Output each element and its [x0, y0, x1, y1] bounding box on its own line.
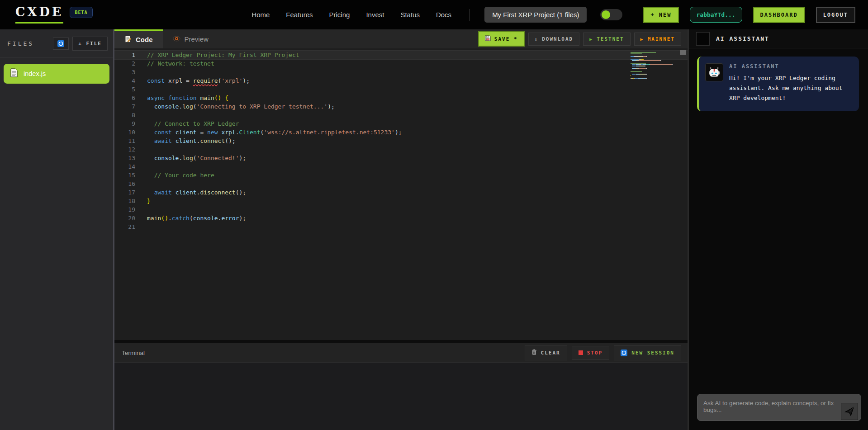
project-name-box[interactable]: My First XRP Project (1 files) — [484, 7, 587, 23]
code-line-2[interactable]: 2// Network: testnet — [114, 59, 688, 68]
add-file-button[interactable]: + FILE — [72, 37, 108, 51]
terminal-stop-button[interactable]: STOP — [572, 346, 610, 360]
file-name: index.js — [24, 70, 46, 77]
tab-preview[interactable]: Preview — [163, 29, 218, 48]
line-content — [135, 68, 147, 76]
minimap[interactable] — [631, 52, 676, 80]
stop-label: STOP — [587, 350, 603, 356]
editor-toolbar: SAVE * ↓ DOWNLOAD ▶ TESTNET ▶ MAINNET — [218, 29, 688, 48]
send-button[interactable] — [841, 403, 858, 420]
send-icon — [844, 406, 854, 416]
code-line-7[interactable]: 7 console.log('Connecting to XRP Ledger … — [114, 102, 688, 111]
file-item-indexjs[interactable]: index.js — [4, 64, 109, 84]
code-line-10[interactable]: 10 const client = new xrpl.Client('wss:/… — [114, 128, 688, 137]
line-number: 12 — [114, 145, 135, 154]
code-line-5[interactable]: 5 — [114, 85, 688, 94]
play-icon: ▶ — [640, 37, 644, 42]
download-label: DOWNLOAD — [542, 36, 573, 42]
nav-link-docs[interactable]: Docs — [436, 11, 451, 19]
refresh-icon — [57, 40, 64, 47]
code-line-14[interactable]: 14 — [114, 162, 688, 171]
testnet-run-button[interactable]: ▶ TESTNET — [583, 33, 630, 46]
terminal-title: Terminal — [122, 350, 520, 356]
line-number: 14 — [114, 162, 135, 171]
code-line-12[interactable]: 12 — [114, 145, 688, 154]
line-content: } — [135, 197, 151, 205]
code-line-15[interactable]: 15 // Your code here — [114, 171, 688, 180]
ai-message-author: AI ASSISTANT — [729, 63, 852, 70]
ai-message-text: Hi! I'm your XRP Ledger coding assistant… — [729, 73, 852, 103]
stop-icon — [579, 350, 583, 355]
nav-divider — [470, 9, 470, 21]
line-number: 4 — [114, 76, 135, 85]
line-number: 21 — [114, 222, 135, 231]
testnet-label: TESTNET — [597, 36, 624, 42]
code-editor[interactable]: 1// XRP Ledger Project: My First XRP Pro… — [114, 48, 688, 340]
nav-link-features[interactable]: Features — [286, 11, 313, 19]
sidebar-divider — [0, 57, 113, 57]
line-content — [135, 145, 147, 154]
code-line-4[interactable]: 4const xrpl = require('xrpl'); — [114, 76, 688, 85]
account-button[interactable]: rabbaYTd... — [690, 7, 742, 23]
code-line-6[interactable]: 6async function main() { — [114, 94, 688, 102]
ai-message-content: AI ASSISTANT Hi! I'm your XRP Ledger cod… — [729, 63, 852, 103]
code-line-1[interactable]: 1// XRP Ledger Project: My First XRP Pro… — [114, 51, 688, 59]
ai-prompt-input[interactable] — [697, 394, 861, 421]
tab-code[interactable]: Code — [114, 29, 163, 48]
line-content — [135, 111, 147, 119]
editor-scrollbar[interactable] — [680, 50, 686, 55]
files-sidebar: FILES + FILE index.js — [0, 29, 114, 430]
dashboard-button[interactable]: DASHBOARD — [753, 7, 805, 23]
code-line-8[interactable]: 8 — [114, 111, 688, 119]
terminal-output[interactable] — [114, 363, 688, 430]
line-number: 8 — [114, 111, 135, 119]
line-number: 10 — [114, 128, 135, 137]
line-content: const client = new xrpl.Client('wss://s.… — [135, 128, 402, 137]
code-line-16[interactable]: 16 — [114, 180, 688, 188]
code-line-13[interactable]: 13 console.log('Connected!'); — [114, 154, 688, 162]
code-line-3[interactable]: 3 — [114, 68, 688, 76]
code-lines: 1// XRP Ledger Project: My First XRP Pro… — [114, 51, 688, 231]
line-content: // Connect to XRP Ledger — [135, 119, 239, 128]
play-icon: ▶ — [589, 37, 593, 42]
terminal-header: Terminal CLEAR STOP NEW SESSION — [114, 343, 688, 363]
code-line-19[interactable]: 19 — [114, 205, 688, 214]
new-session-label: NEW SESSION — [631, 350, 674, 356]
files-header: FILES + FILE — [0, 29, 113, 57]
ai-panel-header: AI ASSISTANT — [689, 29, 868, 48]
mainnet-label: MAINNET — [648, 36, 675, 42]
new-project-button[interactable]: + NEW — [643, 7, 678, 23]
line-content: async function main() { — [135, 94, 228, 102]
refresh-icon — [621, 350, 627, 356]
code-line-11[interactable]: 11 await client.connect(); — [114, 137, 688, 145]
theme-toggle[interactable] — [600, 9, 622, 20]
line-content — [135, 180, 147, 188]
code-line-20[interactable]: 20main().catch(console.error); — [114, 214, 688, 222]
line-number: 19 — [114, 205, 135, 214]
refresh-files-button[interactable] — [53, 38, 69, 50]
download-button[interactable]: ↓ DOWNLOAD — [528, 33, 580, 46]
terminal-clear-button[interactable]: CLEAR — [525, 345, 567, 360]
nav-link-pricing[interactable]: Pricing — [329, 11, 350, 19]
ai-chat-area: AI ASSISTANT Hi! I'm your XRP Ledger cod… — [689, 48, 868, 388]
terminal-new-session-button[interactable]: NEW SESSION — [614, 345, 681, 360]
ai-input-area — [689, 388, 868, 430]
nav-link-status[interactable]: Status — [400, 11, 420, 19]
line-content: console.log('Connected!'); — [135, 154, 246, 162]
line-number: 17 — [114, 188, 135, 197]
code-line-18[interactable]: 18} — [114, 197, 688, 205]
mainnet-run-button[interactable]: ▶ MAINNET — [634, 33, 681, 46]
ai-panel-title: AI ASSISTANT — [716, 35, 769, 42]
preview-tab-label: Preview — [185, 35, 209, 43]
code-line-9[interactable]: 9 // Connect to XRP Ledger — [114, 119, 688, 128]
code-line-21[interactable]: 21 — [114, 222, 688, 231]
nav-link-invest[interactable]: Invest — [366, 11, 384, 19]
code-line-17[interactable]: 17 await client.disconnect(); — [114, 188, 688, 197]
main-area: FILES + FILE index.js Code — [0, 29, 868, 430]
line-content: // Your code here — [135, 171, 214, 180]
line-content — [135, 85, 147, 94]
nav-link-home[interactable]: Home — [251, 11, 270, 19]
save-button[interactable]: SAVE * — [478, 31, 525, 47]
logout-button[interactable]: LOGOUT — [816, 7, 855, 23]
line-content — [135, 205, 147, 214]
